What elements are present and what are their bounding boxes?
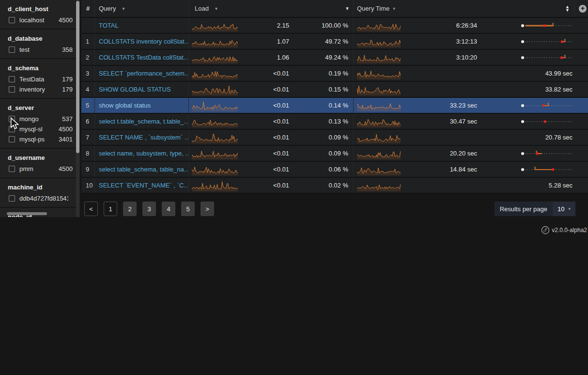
column-header-query-time[interactable]: Query Time ▾ [354, 0, 411, 17]
table-row[interactable]: 8 select name, subsystem, type, … <0.01 … [81, 146, 588, 162]
results-per-page-select[interactable]: 10 ▾ [553, 202, 575, 216]
sort-down-icon: ▼ [565, 9, 570, 12]
pagination-prev-button[interactable]: < [84, 202, 98, 216]
table-row[interactable]: 3 SELECT `performance_schem… <0.01 0.19 … [81, 66, 588, 82]
row-number: 7 [81, 130, 95, 145]
query-link[interactable]: select t.table_schema, t.table_… [99, 118, 188, 125]
load-value: <0.01 [242, 130, 293, 145]
filter-item[interactable]: ddb4d727fd815410225e [0, 193, 80, 203]
load-percent: 49.72 % [293, 34, 354, 49]
query-link[interactable]: select table_schema, table_na… [99, 166, 188, 173]
caret-down-icon[interactable]: ▾ [215, 6, 217, 11]
pagination-page-button-3[interactable]: 3 [142, 202, 156, 216]
query-link[interactable]: TOTAL [99, 22, 119, 29]
filter-item-count: 358 [62, 46, 73, 53]
sort-toggle-icon[interactable]: ▲ ▼ [565, 5, 570, 12]
row-number: 1 [81, 34, 95, 49]
table-row[interactable]: 1 COLLSTATS inventory collStat… 1.07 49.… [81, 34, 588, 50]
pagination-page-button-5[interactable]: 5 [181, 202, 195, 216]
caret-down-icon[interactable]: ▾ [393, 6, 395, 11]
filter-item-count: 179 [62, 86, 73, 93]
horizontal-scrollbar-thumb[interactable] [7, 212, 47, 215]
filter-item[interactable]: mysql-ps 3401 [0, 134, 80, 144]
filter-section-title: machine_id [0, 178, 80, 193]
query-link[interactable]: SELECT `performance_schem… [99, 70, 188, 77]
sort-descending-icon[interactable]: ▼ [345, 6, 353, 11]
load-sparkline [192, 132, 238, 143]
row-number: 8 [81, 146, 95, 161]
table-row[interactable]: 5 show global status <0.01 0.14 % 33.23 … [81, 98, 588, 114]
filter-checkbox[interactable] [9, 195, 15, 202]
filter-checkbox[interactable] [9, 116, 15, 122]
query-link[interactable]: select name, subsystem, type, … [99, 150, 188, 157]
load-value: <0.01 [242, 178, 293, 193]
table-row[interactable]: 7 SELECT NAME , `subsystem` … <0.01 0.09… [81, 130, 588, 146]
pagination-page-button-4[interactable]: 4 [162, 202, 175, 216]
query-time-value: 14.84 sec [411, 162, 480, 177]
table-row[interactable]: 10 SELECT `EVENT_NAME` , `C… <0.01 0.02 … [81, 178, 588, 194]
load-sparkline [192, 20, 238, 31]
filter-checkbox[interactable] [9, 136, 15, 142]
results-per-page-label: Results per page [495, 205, 553, 213]
filter-checkbox[interactable] [9, 166, 15, 172]
query-link[interactable]: SHOW GLOBAL STATUS [99, 86, 171, 93]
table-row[interactable]: 9 select table_schema, table_na… <0.01 0… [81, 162, 588, 178]
query-link[interactable]: SELECT NAME , `subsystem` … [99, 134, 188, 141]
load-sparkline [192, 116, 238, 127]
vertical-scrollbar-thumb[interactable] [76, 1, 79, 153]
filter-item[interactable]: localhost 4500 [0, 15, 80, 25]
query-link[interactable]: COLLSTATS TestData collStat… [99, 54, 188, 61]
table-row[interactable]: 2 COLLSTATS TestData collStat… 1.06 49.2… [81, 50, 588, 66]
query-link[interactable]: COLLSTATS inventory collStat… [99, 38, 188, 45]
add-column-icon[interactable]: + [579, 5, 587, 13]
filter-item-count: 537 [62, 115, 73, 123]
filter-section-title: d_database [0, 30, 80, 45]
filter-item[interactable]: TestData 179 [0, 74, 80, 84]
filter-item[interactable]: mongo 537 [0, 114, 80, 124]
filter-item-label: localhost [19, 16, 54, 24]
query-time-range-chart [521, 117, 574, 126]
version-label: v2.0.0-alpha2 [552, 227, 587, 234]
filter-checkbox[interactable] [9, 47, 15, 53]
filter-item-label: TestData [19, 76, 58, 83]
filter-item[interactable]: mysql-sl 4500 [0, 124, 80, 134]
filter-checkbox[interactable] [9, 17, 15, 23]
caret-down-icon[interactable]: ▾ [122, 6, 124, 11]
sidebar-horizontal-scrollbar[interactable] [0, 212, 73, 215]
load-sort-indicator[interactable]: ▼ [293, 0, 354, 17]
load-sparkline [192, 164, 238, 175]
column-header-query-label: Query [99, 5, 116, 12]
results-per-page-control: Results per page 10 ▾ [495, 202, 575, 216]
column-header-load-label: Load [195, 5, 209, 12]
column-header-query[interactable]: Query ▾ [95, 0, 189, 17]
query-time-range-chart [521, 37, 574, 47]
filter-item-label: pmm [19, 165, 54, 172]
pagination-page-button-2[interactable]: 2 [123, 202, 137, 216]
filter-item[interactable]: test 358 [0, 45, 80, 55]
query-link[interactable]: SELECT `EVENT_NAME` , `C… [99, 182, 188, 189]
column-header-load[interactable]: Load ▾ [189, 0, 242, 17]
filter-checkbox[interactable] [9, 126, 15, 132]
filter-checkbox[interactable] [9, 86, 15, 93]
table-row[interactable]: 6 select t.table_schema, t.table_… <0.01… [81, 114, 588, 130]
load-percent: 49.24 % [293, 50, 354, 65]
filter-checkbox[interactable] [9, 76, 15, 82]
filter-item-label: test [19, 46, 58, 53]
table-row[interactable]: TOTAL 2.15 100.00 % 6:26:34 [81, 18, 588, 34]
filter-item[interactable]: pmm 4500 [0, 164, 80, 174]
query-time-sparkline [357, 132, 401, 143]
pagination-next-button[interactable]: > [201, 202, 214, 216]
query-link[interactable]: show global status [99, 102, 151, 109]
filter-section-title: d_client_host [0, 0, 80, 15]
sidebar-vertical-scrollbar[interactable] [76, 0, 79, 217]
table-row[interactable]: 4 SHOW GLOBAL STATUS <0.01 0.15 % 33.82 … [81, 82, 588, 98]
column-header-number: # [81, 0, 95, 17]
pagination-page-button-1[interactable]: 1 [104, 202, 117, 216]
load-percent: 0.19 % [293, 66, 354, 81]
query-time-sparkline [357, 100, 401, 111]
filter-item-count: 3401 [59, 136, 73, 143]
query-time-sparkline [357, 52, 401, 63]
filter-item[interactable]: inventory 179 [0, 84, 80, 94]
row-number: 6 [81, 114, 95, 129]
load-value: 1.06 [242, 50, 293, 65]
